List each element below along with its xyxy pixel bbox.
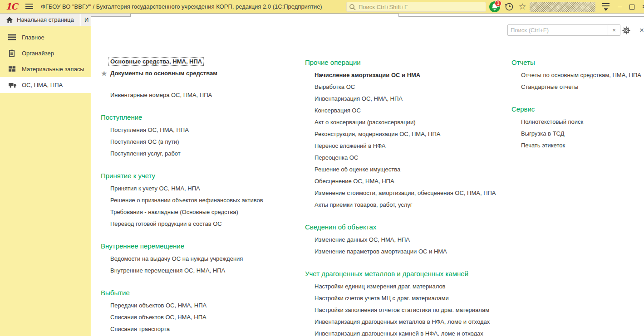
1c-logo-icon: 1С <box>5 1 17 11</box>
home-icon <box>6 16 13 24</box>
panel-settings-gear-icon[interactable] <box>621 25 631 35</box>
menu-link[interactable]: Изменение стоимости, амортизации, обесце… <box>305 187 507 199</box>
service-menu-icon[interactable] <box>602 3 610 10</box>
sidebar-item[interactable]: Главное <box>0 29 91 45</box>
menu-link[interactable]: Настройки счетов учета МЦ с драг. матери… <box>305 292 507 304</box>
menu-link[interactable]: Инвентаризация драгоценных металлов в НФ… <box>305 316 507 328</box>
menu-link[interactable]: Инвентарные номера ОС, НМА, НПА <box>101 89 300 101</box>
global-search-field[interactable] <box>346 2 486 12</box>
menu-link[interactable]: Акты приемки товаров, работ, услуг <box>305 199 507 211</box>
menu-link-label: Настройки заполнения отчетов статистики … <box>315 307 489 313</box>
menu-link-label: Настройки единиц измерения драг. материа… <box>315 283 446 290</box>
menu-link-label: Акт о консервации (расконсервации) <box>315 119 415 126</box>
menu-link-label: Принятия к учету ОС, НМА, НПА <box>110 185 200 192</box>
section-heading: Выбытие <box>101 286 300 300</box>
menu-link[interactable]: Стандартные отчеты <box>511 81 643 93</box>
menu-link-label: Стандартные отчеты <box>521 83 578 90</box>
menu-link[interactable]: Переоценка ОС <box>305 152 507 164</box>
menu-link-label: Перевод готовой продукции в состав ОС <box>110 220 222 227</box>
menu-link[interactable]: Перенос вложений в НФА <box>305 140 507 152</box>
title-bar: 1С ФГБОУ ВО "ВВГУ" / Бухгалтерия государ… <box>0 0 644 14</box>
menu-link-label: Реконструкция, модернизация ОС, НМА, НПА <box>315 131 440 137</box>
menu-link[interactable]: Решение об оценке имущества <box>305 164 507 175</box>
menu-link[interactable]: Поступления ОС (в пути) <box>101 136 300 148</box>
notification-count-badge: 1 <box>495 0 501 7</box>
menu-link-label: Инвентаризация драгоценных камней в НФА,… <box>315 330 483 336</box>
menu-link-label: Инвентаризация ОС, НМА, НПА <box>315 95 403 102</box>
function-menu-panel: × × Основные средства, НМА, НПА★Документ… <box>91 16 644 336</box>
section-heading: Внутреннее перемещение <box>101 239 300 253</box>
menu-link[interactable]: Внутренние перемещения ОС, НМА, НПА <box>101 265 300 277</box>
menu-link[interactable]: Настройки единиц измерения драг. материа… <box>305 281 507 292</box>
menu-link[interactable]: Списания транспорта <box>101 323 300 335</box>
menu-link[interactable]: Обесценение ОС, НМА, НПА <box>305 175 507 187</box>
section-sidebar: ГлавноеОрганайзерМатериальные запасыОС, … <box>0 26 91 336</box>
menu-lines-icon <box>8 34 16 41</box>
menu-link[interactable]: Передачи объектов ОС, НМА, НПА <box>101 300 300 312</box>
search-icon <box>349 4 356 11</box>
menu-link[interactable]: Отчеты по основным средствам, НМА, НПА <box>511 69 643 81</box>
menu-link[interactable]: Реконструкция, модернизация ОС, НМА, НПА <box>305 128 507 140</box>
menu-column-3: ОтчетыОтчеты по основным средствам, НМА,… <box>511 56 643 151</box>
menu-link-label: Перенос вложений в НФА <box>315 142 385 149</box>
maximize-button[interactable] <box>629 5 634 10</box>
window-title: ФГБОУ ВО "ВВГУ" / Бухгалтерия государств… <box>41 0 322 14</box>
menu-link-label: Изменение данных ОС, НМА, НПА <box>315 236 410 243</box>
menu-link[interactable]: Полнотекстовый поиск <box>511 116 643 128</box>
tab-home[interactable]: Начальная страница <box>0 14 80 26</box>
section-heading: Учет драгоценных металлов и драгоценных … <box>305 267 507 281</box>
sidebar-item[interactable]: ОС, НМА, НПА <box>0 77 91 93</box>
menu-link[interactable]: Требования - накладные (Основные средств… <box>101 206 300 218</box>
menu-link[interactable]: Настройки заполнения отчетов статистики … <box>305 304 507 316</box>
menu-link-label: Списания транспорта <box>110 326 170 332</box>
menu-link[interactable]: Основные средства, НМА, НПА <box>101 56 300 68</box>
menu-column-2: Прочие операцииНачисление амортизации ОС… <box>305 56 507 336</box>
main-menu-icon[interactable] <box>25 4 33 10</box>
menu-link[interactable]: Списания объектов ОС, НМА, НПА <box>101 312 300 323</box>
menu-link[interactable]: Начисление амортизации ОС и НМА <box>305 69 507 81</box>
menu-link[interactable]: Ведомости на выдачу ОС на нужды учрежден… <box>101 253 300 265</box>
menu-link-label: Поступления ОС (в пути) <box>110 138 179 145</box>
menu-link[interactable]: Выгрузка в ТСД <box>511 128 643 140</box>
menu-link[interactable]: Поступления ОС, НМА, НПА <box>101 124 300 136</box>
menu-link-label: Решение о признании объектов нефинансовы… <box>110 197 263 204</box>
favorite-star-icon[interactable]: ★ <box>101 68 107 79</box>
menu-link-label: Требования - накладные (Основные средств… <box>110 209 238 215</box>
notifications-bell-icon[interactable]: 1 <box>489 1 501 13</box>
menu-link[interactable]: Печать этикеток <box>511 140 643 151</box>
history-icon[interactable] <box>505 2 514 11</box>
menu-link[interactable]: Решение о признании объектов нефинансовы… <box>101 195 300 206</box>
menu-link-label: Полнотекстовый поиск <box>521 118 583 125</box>
sidebar-item-label: Органайзер <box>22 45 54 61</box>
menu-link[interactable]: Инвентаризация драгоценных камней в НФА,… <box>305 328 507 336</box>
panel-search-clear-button[interactable]: × <box>608 24 620 36</box>
menu-link[interactable]: Принятия к учету ОС, НМА, НПА <box>101 183 300 195</box>
menu-link[interactable]: Консервация ОС <box>305 105 507 117</box>
menu-link[interactable]: Изменение данных ОС, НМА, НПА <box>305 234 507 246</box>
minimize-button[interactable]: – <box>616 0 624 14</box>
sidebar-item-label: ОС, НМА, НПА <box>22 77 63 93</box>
truck-icon <box>8 81 16 89</box>
menu-link-label: Отчеты по основным средствам, НМА, НПА <box>521 72 641 78</box>
sidebar-item[interactable]: Органайзер <box>0 45 91 61</box>
section-heading: Прочие операции <box>305 56 507 69</box>
close-window-button[interactable]: ✕ <box>642 0 644 14</box>
menu-link[interactable]: Перевод готовой продукции в состав ОС <box>101 218 300 230</box>
global-search-input[interactable] <box>359 2 483 11</box>
menu-link[interactable]: Инвентаризация ОС, НМА, НПА <box>305 93 507 105</box>
menu-link-label: Списания объектов ОС, НМА, НПА <box>110 314 206 321</box>
panel-close-icon[interactable]: × <box>637 24 644 36</box>
tab-home-label: Начальная страница <box>17 14 74 26</box>
menu-link[interactable]: Выработка ОС <box>305 81 507 93</box>
section-heading: Поступление <box>101 111 300 124</box>
menu-link[interactable]: Изменение параметров амортизации ОС и НМ… <box>305 246 507 258</box>
menu-link[interactable]: ★Документы по основным средствам <box>101 68 300 79</box>
menu-link-label: Выгрузка в ТСД <box>521 130 564 137</box>
favorites-star-icon[interactable]: ☆ <box>517 1 527 13</box>
sidebar-item[interactable]: Материальные запасы <box>0 61 91 77</box>
material-grid-icon <box>8 65 16 73</box>
panel-search-input[interactable] <box>507 24 608 36</box>
menu-link[interactable]: Поступления услуг, работ <box>101 148 300 160</box>
menu-link-label: Инвентарные номера ОС, НМА, НПА <box>110 92 212 98</box>
menu-link[interactable]: Акт о консервации (расконсервации) <box>305 117 507 128</box>
